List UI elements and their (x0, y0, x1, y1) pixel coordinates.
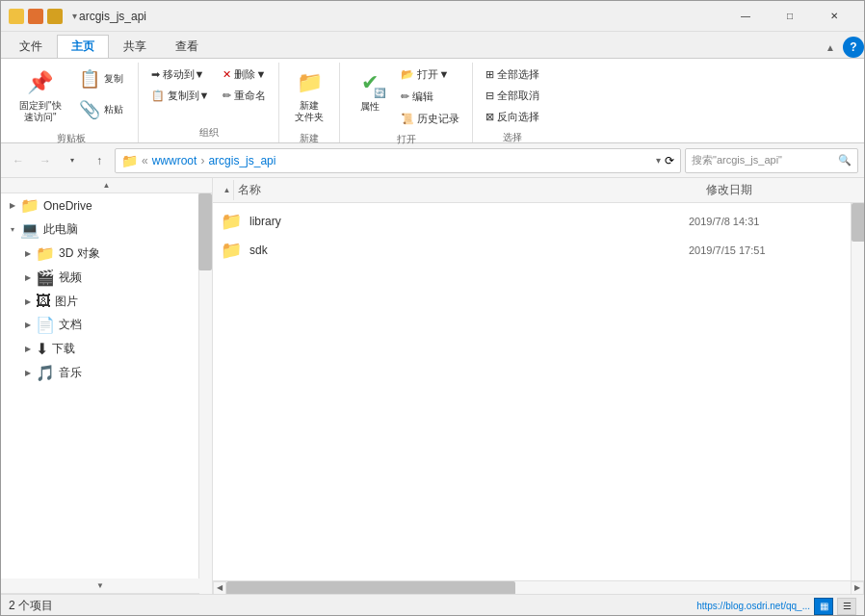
sidebar-scrollbar[interactable] (198, 193, 212, 594)
select-label: 选择 (481, 131, 544, 147)
invert-selection-button[interactable]: ⊠ 反向选择 (481, 107, 544, 127)
3dobjects-label: 3D 对象 (59, 245, 100, 262)
thispc-label: 此电脑 (43, 221, 78, 238)
minimize-button[interactable]: — (723, 1, 768, 32)
videos-icon: 🎬 (36, 269, 55, 287)
file-scrollbar-thumb[interactable] (852, 203, 864, 242)
nav-dropdown-button[interactable]: ▾ (61, 149, 84, 172)
pin-to-quickaccess-button[interactable]: 📌 固定到"快速访问" (13, 63, 68, 128)
file-list-content: 📁 library 2019/7/8 14:31 📁 sdk 2019/7/15… (213, 203, 851, 580)
sidebar-item-pictures[interactable]: ▶ 🖼 图片 (1, 290, 212, 313)
folder-new-icon: 📁 (294, 67, 325, 98)
properties-button[interactable]: ✔ 🔄 属性 (348, 63, 392, 118)
search-icon[interactable]: 🔍 (838, 154, 852, 167)
col-name-header[interactable]: 名称 (234, 180, 702, 200)
expand-documents[interactable]: ▶ (20, 318, 36, 333)
music-label: 音乐 (59, 365, 82, 381)
col-date-header[interactable]: 修改日期 (702, 180, 856, 200)
app-icon-yellow (9, 9, 24, 24)
address-crumb-arcgis[interactable]: arcgis_js_api (208, 154, 275, 167)
tab-file[interactable]: 文件 (5, 35, 57, 58)
forward-button[interactable]: → (34, 149, 57, 172)
pictures-label: 图片 (55, 294, 78, 310)
up-button[interactable]: ↑ (88, 149, 111, 172)
sidebar-item-onedrive[interactable]: ▶ 📁 OneDrive (1, 193, 212, 218)
expand-pictures[interactable]: ▶ (20, 294, 36, 309)
new-label: 新建 (287, 132, 331, 148)
tab-share[interactable]: 共享 (109, 35, 161, 58)
ribbon-collapse-btn[interactable]: ▲ (822, 42, 839, 53)
select-col: ⊞ 全部选择 ⊟ 全部取消 ⊠ 反向选择 (481, 63, 544, 127)
invert-icon: ⊠ (485, 111, 494, 123)
tab-view[interactable]: 查看 (161, 35, 213, 58)
address-chevron: ▾ ⟳ (656, 154, 674, 167)
paste-icon: 📎 (79, 99, 100, 120)
sidebar-item-videos[interactable]: ▶ 🎬 视频 (1, 266, 212, 290)
move-to-button[interactable]: ➡ 移动到▼ (146, 64, 215, 85)
history-button[interactable]: 📜 历史记录 (396, 109, 464, 129)
sidebar-item-documents[interactable]: ▶ 📄 文档 (1, 313, 212, 337)
title-arrow-down[interactable]: ▾ (72, 11, 77, 21)
close-button[interactable]: ✕ (812, 1, 856, 32)
file-list-scrollbar-horiz[interactable]: ◀ ▶ (213, 580, 864, 594)
refresh-button[interactable]: ⟳ (665, 154, 674, 167)
copyto-icon: 📋 (151, 90, 165, 102)
title-bar-icons (9, 9, 63, 24)
tab-home[interactable]: 主页 (57, 35, 109, 58)
new-buttons: 📁 新建文件夹 (287, 63, 331, 132)
window-controls: — □ ✕ (723, 1, 856, 32)
sidebar-scroll-thumb[interactable] (198, 193, 212, 270)
sidebar-item-music[interactable]: ▶ 🎵 音乐 (1, 361, 212, 385)
edit-button[interactable]: ✏ 编辑 (396, 87, 464, 107)
scroll-right-button[interactable]: ▶ (851, 581, 864, 595)
file-list-scrollbar-vert[interactable] (851, 203, 864, 580)
dropdown-arrow[interactable]: ▾ (656, 155, 661, 166)
file-list-header: ▲ 名称 修改日期 (213, 178, 864, 203)
select-all-button[interactable]: ⊞ 全部选择 (481, 64, 544, 85)
sidebar-item-3dobjects[interactable]: ▶ 📁 3D 对象 (1, 242, 212, 266)
details-view-button[interactable]: ▦ (814, 598, 833, 615)
copy-to-button[interactable]: 📋 复制到▼ (146, 86, 215, 106)
open-buttons: ✔ 🔄 属性 📂 打开▼ ✏ 编辑 📜 历史记录 (348, 63, 464, 133)
organize-col2: ✕ 删除▼ ✏ 重命名 (218, 63, 271, 106)
expand-onedrive[interactable]: ▶ (5, 198, 20, 214)
sidebar-item-downloads[interactable]: ▶ ⬇ 下载 (1, 337, 212, 361)
status-bar: 2 个项目 https://blog.osdri.net/qq_... ▦ ☰ (1, 594, 864, 616)
rename-button[interactable]: ✏ 重命名 (218, 86, 271, 106)
expand-music[interactable]: ▶ (20, 366, 36, 381)
back-button[interactable]: ← (7, 149, 30, 172)
search-text: 搜索"arcgis_js_api" (692, 153, 834, 167)
expand-3dobjects[interactable]: ▶ (20, 246, 36, 262)
sidebar-scroll-up[interactable]: ▲ (1, 178, 212, 193)
help-button[interactable]: ? (843, 37, 864, 58)
copy-button[interactable]: 📋 复制 (72, 64, 130, 93)
window-title: arcgis_js_api (79, 10, 723, 23)
expand-downloads[interactable]: ▶ (20, 342, 36, 357)
address-crumb-wwwroot[interactable]: wwwroot (152, 154, 197, 167)
file-row-library[interactable]: 📁 library 2019/7/8 14:31 (213, 207, 851, 236)
maximize-button[interactable]: □ (768, 1, 812, 32)
sidebar-item-thispc[interactable]: ▾ 💻 此电脑 (1, 218, 212, 242)
clipboard-label: 剪贴板 (13, 132, 130, 148)
header-chevron[interactable]: ▲ (221, 180, 234, 200)
search-bar[interactable]: 搜索"arcgis_js_api" 🔍 (685, 148, 858, 173)
details-view-icon: ▦ (820, 601, 828, 611)
scroll-left-button[interactable]: ◀ (213, 581, 226, 595)
horiz-scroll-thumb[interactable] (226, 581, 515, 595)
delete-button[interactable]: ✕ 删除▼ (218, 64, 271, 85)
deselect-all-button[interactable]: ⊟ 全部取消 (481, 86, 544, 106)
expand-videos[interactable]: ▶ (20, 270, 36, 286)
pictures-icon: 🖼 (36, 293, 51, 310)
file-row-sdk[interactable]: 📁 sdk 2019/7/15 17:51 (213, 236, 851, 265)
ribbon-group-select: ⊞ 全部选择 ⊟ 全部取消 ⊠ 反向选择 选择 (473, 63, 552, 142)
open-button[interactable]: 📂 打开▼ (396, 64, 464, 85)
sidebar-scroll-down[interactable]: ▼ (1, 578, 199, 594)
new-folder-button[interactable]: 📁 新建文件夹 (287, 63, 331, 128)
library-folder-icon: 📁 (221, 211, 242, 232)
item-count: 2 个项目 (9, 598, 53, 614)
address-bar[interactable]: 📁 « wwwroot › arcgis_js_api ▾ ⟳ (115, 148, 681, 173)
expand-thispc[interactable]: ▾ (5, 222, 20, 238)
paste-button[interactable]: 📎 粘贴 (72, 95, 130, 124)
documents-icon: 📄 (36, 316, 55, 334)
list-view-button[interactable]: ☰ (837, 598, 856, 615)
